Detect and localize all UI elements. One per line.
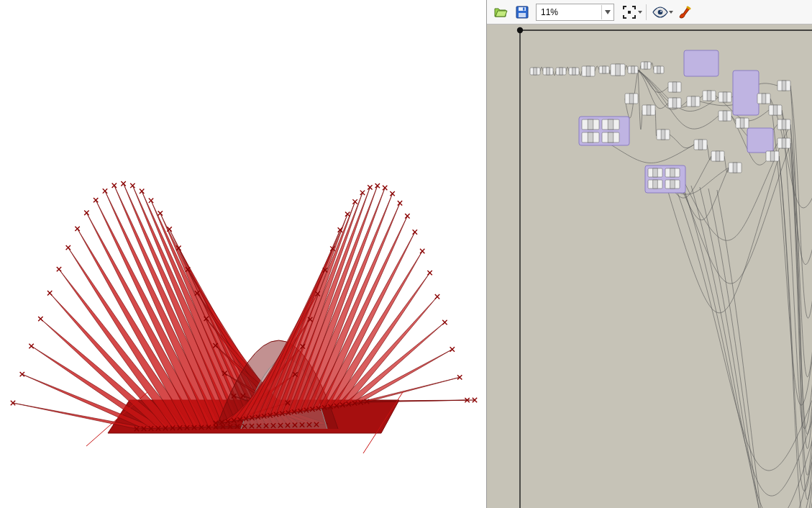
viewport-svg	[0, 0, 486, 508]
svg-rect-123	[716, 151, 720, 161]
svg-rect-121	[698, 140, 703, 150]
svg-point-60	[658, 9, 663, 14]
sketch-button[interactable]	[675, 3, 694, 22]
svg-marker-50	[355, 377, 460, 403]
svg-rect-131	[588, 132, 593, 142]
svg-rect-59	[628, 11, 631, 14]
svg-rect-119	[661, 130, 665, 140]
svg-rect-135	[653, 168, 657, 177]
svg-rect-105	[773, 105, 777, 115]
svg-rect-81	[616, 64, 620, 76]
svg-rect-77	[586, 66, 590, 76]
svg-rect-133	[608, 132, 613, 142]
svg-rect-101	[740, 118, 744, 128]
svg-point-61	[660, 10, 662, 12]
svg-rect-115	[629, 94, 634, 104]
svg-rect-117	[647, 105, 651, 115]
svg-rect-65	[747, 128, 773, 153]
paintbrush-icon	[678, 5, 692, 19]
folder-open-icon	[493, 5, 508, 19]
svg-rect-64	[733, 71, 759, 115]
zoom-input[interactable]	[537, 5, 601, 19]
svg-rect-125	[733, 163, 737, 173]
grasshopper-editor	[486, 0, 812, 508]
svg-rect-137	[670, 168, 675, 177]
svg-rect-56	[519, 7, 526, 11]
svg-rect-111	[782, 138, 786, 148]
svg-rect-97	[723, 92, 727, 102]
svg-rect-75	[572, 68, 575, 75]
floppy-disk-icon	[515, 5, 529, 19]
canvas-svg	[487, 24, 812, 508]
svg-rect-103	[762, 94, 766, 104]
zoom-extents-button[interactable]	[620, 3, 639, 22]
svg-rect-91	[672, 98, 677, 108]
svg-rect-87	[657, 66, 660, 73]
eye-icon	[652, 6, 668, 18]
svg-rect-83	[631, 66, 634, 73]
save-button[interactable]	[513, 3, 532, 22]
svg-rect-71	[547, 68, 549, 75]
toolbar-separator	[646, 4, 647, 20]
svg-rect-113	[770, 151, 775, 161]
svg-rect-109	[782, 119, 786, 130]
svg-rect-85	[644, 62, 647, 69]
svg-rect-95	[707, 91, 711, 101]
svg-rect-127	[588, 119, 593, 130]
svg-rect-57	[519, 13, 526, 17]
svg-rect-107	[782, 81, 786, 91]
caret-down-icon	[669, 11, 673, 14]
zoom-combobox[interactable]	[536, 4, 614, 21]
viewport-3d[interactable]	[0, 0, 486, 508]
caret-down-icon	[638, 11, 642, 14]
svg-rect-129	[608, 119, 613, 130]
zoom-extents-dropdown[interactable]	[637, 11, 643, 14]
svg-rect-79	[603, 66, 606, 73]
open-button[interactable]	[491, 3, 510, 22]
svg-point-62	[517, 27, 523, 33]
preview-button[interactable]	[651, 3, 670, 22]
svg-rect-63	[684, 50, 719, 76]
editor-toolbar	[487, 0, 812, 24]
svg-rect-89	[672, 82, 677, 92]
chevron-down-icon	[605, 10, 611, 14]
svg-rect-93	[691, 96, 695, 106]
svg-rect-99	[723, 111, 727, 121]
svg-rect-141	[670, 180, 675, 189]
svg-rect-73	[560, 68, 562, 75]
svg-rect-69	[534, 68, 537, 75]
editor-canvas[interactable]	[487, 24, 812, 508]
zoom-extents-icon	[623, 6, 636, 19]
preview-dropdown[interactable]	[668, 11, 674, 14]
svg-rect-58	[523, 7, 524, 10]
zoom-dropdown-button[interactable]	[601, 5, 613, 19]
svg-rect-139	[653, 180, 657, 189]
